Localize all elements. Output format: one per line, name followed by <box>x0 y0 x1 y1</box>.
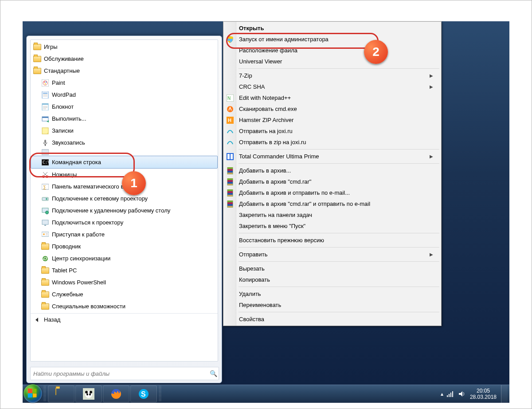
ctx-rar3[interactable]: Добавить в архив и отправить по e-mail..… <box>224 187 440 198</box>
program-notepad[interactable]: Блокнот <box>31 101 218 113</box>
taskbar-panda[interactable] <box>75 385 102 402</box>
taskbar-skype[interactable]: S <box>130 385 157 402</box>
app-icon <box>41 149 49 156</box>
ctx-label: Hamster ZIP Archiver <box>239 117 293 123</box>
svg-rect-68 <box>227 202 233 204</box>
program-remote-desktop[interactable]: Подключение к удаленному рабочему столу <box>31 204 218 216</box>
blank-icon <box>226 264 235 273</box>
blank-icon <box>226 290 235 299</box>
ctx-tcup[interactable]: Total Commander Ultima Prime▶ <box>224 151 440 162</box>
wifi-icon[interactable] <box>447 391 455 397</box>
svg-rect-55 <box>227 167 233 169</box>
ctx-copy[interactable]: Копировать <box>224 274 440 285</box>
back-icon <box>33 316 41 324</box>
svg-point-31 <box>46 198 47 200</box>
ctx-label: Universal Viewer <box>239 58 282 65</box>
program-label: Записки <box>52 127 74 134</box>
program-getting-started[interactable]: Приступая к работе <box>31 228 218 240</box>
ctx-crcsha[interactable]: CRC SHA▶ <box>224 81 440 92</box>
program-cmd[interactable]: C:\Командная строка <box>31 156 218 169</box>
ctx-uviewer[interactable]: Universal Viewer <box>224 56 440 67</box>
ctx-rar4[interactable]: Добавить в архив "cmd.rar" и отправить п… <box>224 198 440 209</box>
program-label: Проводник <box>52 243 81 250</box>
svg-rect-13 <box>43 109 46 109</box>
start-search-input[interactable] <box>31 370 208 377</box>
folder-tablet-pc[interactable]: Tablet PC <box>31 264 218 276</box>
ctx-rar2[interactable]: Добавить в архив "cmd.rar" <box>224 176 440 187</box>
volume-icon[interactable] <box>458 390 466 397</box>
svg-rect-79 <box>447 395 448 397</box>
ctx-label: Вырезать <box>239 265 265 272</box>
program-wordpad[interactable]: WordPad <box>31 89 218 101</box>
ctx-label: Отправить на joxi.ru <box>239 128 293 134</box>
windows-flag-icon <box>28 389 37 398</box>
ctx-prev[interactable]: Восстановить прежнюю версию <box>224 235 440 246</box>
ctx-joxi2[interactable]: Отправить в zip на joxi.ru <box>224 137 440 148</box>
svg-text:H: H <box>228 118 231 123</box>
ctx-label: Копировать <box>239 276 270 283</box>
ctx-sendto[interactable]: Отправить▶ <box>224 249 440 260</box>
ctx-7zip[interactable]: 7-Zip▶ <box>224 70 440 81</box>
ctx-cut[interactable]: Вырезать <box>224 263 440 274</box>
npp-icon: N <box>226 94 235 102</box>
ctx-pin-start[interactable]: Закрепить в меню "Пуск" <box>224 220 440 232</box>
ctx-rar1[interactable]: Добавить в архив... <box>224 165 440 176</box>
program-connect-projector[interactable]: Подключиться к проектору <box>31 216 218 228</box>
folder-games[interactable]: Игры <box>31 41 218 53</box>
rar-icon <box>226 189 235 197</box>
svg-rect-69 <box>227 204 233 206</box>
ctx-label: Запуск от имени администратора <box>239 36 329 43</box>
ctx-separator <box>239 287 439 287</box>
svg-point-75 <box>89 393 91 396</box>
tray-chevron-icon[interactable]: ▴ <box>441 391 443 397</box>
tray-clock[interactable]: 20:05 28.03.2018 <box>470 388 497 401</box>
svg-rect-57 <box>227 171 233 173</box>
ctx-delete[interactable]: Удалить <box>224 288 440 299</box>
svg-rect-39 <box>46 235 48 235</box>
ctx-label: Отправить <box>239 251 267 258</box>
svg-rect-19 <box>44 140 46 143</box>
taskbar-explorer[interactable] <box>48 385 74 402</box>
ctx-rename[interactable]: Переименовать <box>224 299 440 311</box>
blank-icon <box>226 24 235 33</box>
program-label: Приступая к работе <box>52 231 105 238</box>
ctx-runas[interactable]: Запуск от имени администратора <box>224 34 440 45</box>
program-hidden[interactable] <box>31 149 218 156</box>
start-orb[interactable] <box>23 384 42 403</box>
ctx-props[interactable]: Свойства <box>224 314 440 325</box>
ctx-npp[interactable]: NEdit with Notepad++ <box>224 92 440 103</box>
folder-accessibility[interactable]: Специальные возможности <box>31 300 218 312</box>
folder-maintenance[interactable]: Обслуживание <box>31 53 218 65</box>
ctx-label: Открыть <box>239 25 264 31</box>
sticky-icon <box>41 127 49 135</box>
show-desktop-button[interactable] <box>501 385 508 403</box>
back-button[interactable]: Назад <box>31 313 218 326</box>
folder-powershell[interactable]: Windows PowerShell <box>31 276 218 288</box>
folder-icon <box>33 43 41 51</box>
ctx-label: Восстановить прежнюю версию <box>239 237 324 244</box>
ctx-filelocation[interactable]: Расположение файла <box>224 45 440 56</box>
display-icon <box>41 219 49 227</box>
program-network-projector[interactable]: Подключение к сетевому проектору <box>31 193 218 204</box>
folder-system-tools[interactable]: Служебные <box>31 288 218 300</box>
ctx-hamster[interactable]: HHamster ZIP Archiver <box>224 114 440 126</box>
submenu-arrow-icon: ▶ <box>430 252 433 257</box>
program-paint[interactable]: Paint <box>31 77 218 89</box>
program-sound-recorder[interactable]: Звукозапись <box>31 137 218 149</box>
ctx-open[interactable]: Открыть <box>224 23 440 34</box>
program-sync-center[interactable]: Центр синхронизации <box>31 252 218 264</box>
program-sticky-notes[interactable]: Записки <box>31 125 218 137</box>
ctx-avast[interactable]: Сканировать cmd.exe <box>224 103 440 114</box>
svg-rect-20 <box>45 144 46 146</box>
ctx-pin-tb[interactable]: Закрепить на панели задач <box>224 209 440 220</box>
ctx-joxi1[interactable]: Отправить на joxi.ru <box>224 126 440 137</box>
program-explorer[interactable]: Проводник <box>31 240 218 252</box>
folder-standard[interactable]: Стандартные <box>31 65 218 77</box>
folder-icon <box>41 303 49 311</box>
program-run[interactable]: Выполнить... <box>31 113 218 125</box>
taskbar-firefox[interactable] <box>103 385 129 402</box>
folder-icon <box>33 55 41 63</box>
system-tray: ▴ 20:05 28.03.2018 <box>439 385 509 403</box>
program-label: Ножницы <box>52 171 77 178</box>
program-label: WordPad <box>52 91 76 98</box>
